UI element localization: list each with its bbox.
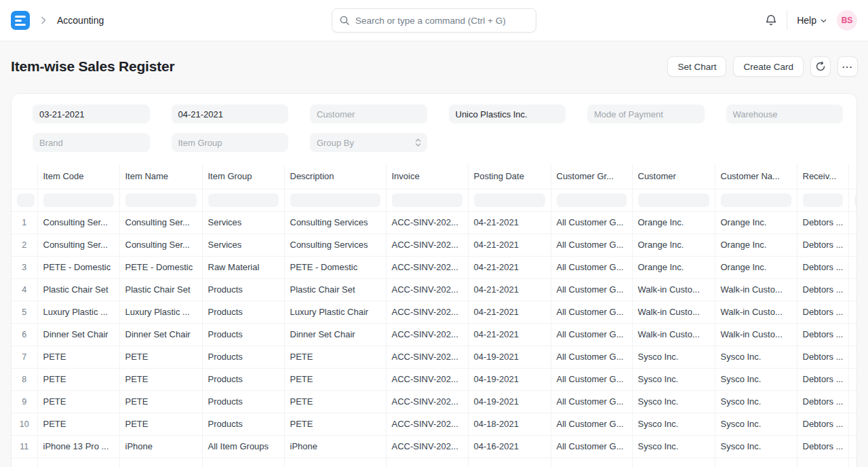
company-filter[interactable] <box>449 105 566 124</box>
column-filter-input[interactable] <box>474 193 545 207</box>
table-cell[interactable]: All Customer G... <box>551 413 632 435</box>
column-filter-input[interactable] <box>721 193 791 207</box>
table-cell[interactable]: All Customer G... <box>551 278 632 301</box>
table-cell[interactable]: PETE <box>37 413 119 435</box>
table-cell[interactable]: PETE <box>37 390 119 413</box>
customer-filter[interactable] <box>310 105 427 124</box>
column-header[interactable]: Item Name <box>119 164 202 189</box>
table-cell[interactable]: All Customer G... <box>551 234 632 256</box>
table-cell[interactable]: iPhone <box>284 435 386 457</box>
table-cell[interactable]: Products <box>202 301 284 323</box>
column-header[interactable]: Receiv... <box>797 164 848 189</box>
column-filter-input[interactable] <box>803 193 843 207</box>
mode-of-payment-filter[interactable] <box>587 105 705 124</box>
table-cell[interactable]: Consulting Ser... <box>119 234 202 256</box>
table-cell[interactable]: Consulting Ser... <box>119 211 202 234</box>
table-cell[interactable]: Walk-in Custo... <box>715 301 797 323</box>
table-cell[interactable]: 04-21-2021 <box>468 211 551 234</box>
search-input[interactable] <box>355 16 529 26</box>
table-cell[interactable]: Sysco Inc. <box>715 368 797 390</box>
table-cell[interactable]: 04-21-2021 <box>468 323 551 345</box>
table-cell[interactable]: Sysco Inc. <box>632 435 715 457</box>
column-header[interactable]: Customer <box>632 164 715 189</box>
table-cell[interactable]: All Customer G... <box>551 435 632 457</box>
app-logo-icon[interactable] <box>11 11 30 30</box>
table-cell[interactable]: ACC-SINV-202... <box>386 435 468 457</box>
table-cell[interactable]: Walk-in Custo... <box>632 278 715 301</box>
table-cell[interactable]: Raw Material <box>202 256 284 278</box>
table-cell[interactable]: 04-21-2021 <box>468 234 551 256</box>
table-cell[interactable]: PETE <box>119 345 202 368</box>
table-cell[interactable]: Plastic Chair Set <box>119 278 202 301</box>
table-cell[interactable]: PETE <box>37 345 119 368</box>
table-row[interactable]: 10 PETE PETE Products PETE ACC-SINV-202.… <box>12 413 857 435</box>
table-cell[interactable]: PETE - Domestic <box>37 256 119 278</box>
column-filter-input[interactable] <box>125 193 197 207</box>
table-cell[interactable]: Sysco Inc. <box>632 413 715 435</box>
table-cell[interactable]: All Customer G... <box>551 301 632 323</box>
table-cell[interactable]: 04-19-2021 <box>468 390 551 413</box>
table-cell[interactable]: Orange Inc. <box>632 211 715 234</box>
column-header[interactable]: Customer Na... <box>715 164 797 189</box>
table-cell[interactable]: 04-19-2021 <box>468 345 551 368</box>
table-cell[interactable]: PETE - Domestic <box>284 256 386 278</box>
table-cell[interactable]: Walk-in Custo... <box>715 323 797 345</box>
table-cell[interactable]: All Customer G... <box>551 368 632 390</box>
column-filter-input[interactable] <box>43 193 114 207</box>
table-cell[interactable]: 04-19-2021 <box>468 368 551 390</box>
table-cell[interactable]: Debtors ... <box>797 234 848 256</box>
table-cell[interactable]: Orange Inc. <box>632 256 715 278</box>
table-cell[interactable]: PETE <box>37 368 119 390</box>
table-cell[interactable]: 04-21-2021 <box>468 301 551 323</box>
table-cell[interactable]: Debtors ... <box>797 390 848 413</box>
table-cell[interactable]: 04-16-2021 <box>468 435 551 457</box>
table-cell[interactable]: Orange Inc. <box>715 256 797 278</box>
table-cell[interactable]: Products <box>202 278 284 301</box>
warehouse-filter[interactable] <box>726 105 844 124</box>
column-filter-input[interactable] <box>208 193 279 207</box>
table-cell[interactable]: Walk-in Custo... <box>632 323 715 345</box>
table-cell[interactable]: Sysco Inc. <box>715 413 797 435</box>
table-cell[interactable]: ACC-SINV-202... <box>386 390 468 413</box>
table-cell[interactable]: Sysco Inc. <box>632 368 715 390</box>
table-cell[interactable]: Products <box>202 345 284 368</box>
table-cell[interactable]: Sysco Inc. <box>632 390 715 413</box>
table-row[interactable]: 2 Consulting Ser... Consulting Ser... Se… <box>12 234 857 256</box>
column-header[interactable]: Customer Gr... <box>551 164 632 189</box>
table-cell[interactable]: Walk-in Custo... <box>632 301 715 323</box>
table-cell[interactable]: Services <box>202 234 284 256</box>
table-row[interactable]: 8 PETE PETE Products PETE ACC-SINV-202..… <box>12 368 857 390</box>
table-cell[interactable]: Walk-in Custo... <box>715 278 797 301</box>
table-cell[interactable]: ACC-SINV-202... <box>386 323 468 345</box>
table-cell[interactable]: PETE <box>284 368 386 390</box>
column-filter-input[interactable] <box>290 193 380 207</box>
table-cell[interactable]: Services <box>202 211 284 234</box>
table-cell[interactable]: Sysco Inc. <box>715 345 797 368</box>
column-filter-input[interactable] <box>17 193 35 207</box>
table-cell[interactable]: Orange Inc. <box>715 211 797 234</box>
table-row[interactable]: 11 iPhone 13 Pro ... iPhone All Item Gro… <box>12 435 857 457</box>
table-cell[interactable]: Sysco Inc. <box>632 345 715 368</box>
table-cell[interactable]: Sysco Inc. <box>715 435 797 457</box>
table-cell[interactable]: ACC-SINV-202... <box>386 413 468 435</box>
table-cell[interactable]: Consulting Services <box>284 234 386 256</box>
table-row[interactable]: 7 PETE PETE Products PETE ACC-SINV-202..… <box>12 345 857 368</box>
global-search[interactable] <box>332 8 536 33</box>
table-cell[interactable]: 04-21-2021 <box>468 256 551 278</box>
column-header[interactable]: Posting Date <box>468 164 551 189</box>
table-row[interactable]: 4 Plastic Chair Set Plastic Chair Set Pr… <box>12 278 857 301</box>
table-cell[interactable]: Consulting Ser... <box>37 211 119 234</box>
table-cell[interactable]: PETE <box>119 413 202 435</box>
table-cell[interactable]: Luxury Plastic Chair <box>284 301 386 323</box>
column-filter-input[interactable] <box>557 193 627 207</box>
from-date-filter[interactable] <box>33 105 150 124</box>
table-cell[interactable]: All Customer G... <box>551 211 632 234</box>
table-cell[interactable]: ACC-SINV-202... <box>386 256 468 278</box>
table-cell[interactable]: All Customer G... <box>551 323 632 345</box>
more-options-button[interactable]: ··· <box>837 56 858 77</box>
table-cell[interactable]: 04-21-2021 <box>468 278 551 301</box>
table-row[interactable]: 9 PETE PETE Products PETE ACC-SINV-202..… <box>12 390 857 413</box>
table-cell[interactable]: PETE <box>284 413 386 435</box>
table-cell[interactable]: All Customer G... <box>551 345 632 368</box>
table-cell[interactable]: ACC-SINV-202... <box>386 345 468 368</box>
